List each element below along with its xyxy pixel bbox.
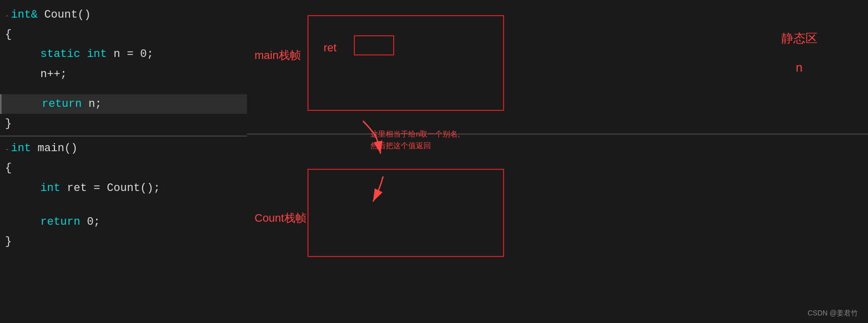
count-stack-label: Count栈帧 xyxy=(255,211,306,226)
code-line-11 xyxy=(0,198,247,212)
code-line-3: static int n = 0 ; xyxy=(0,44,247,64)
annotation-box: 这里相当于给n取一个别名, 然后把这个值返回 xyxy=(370,128,460,151)
annotation-line1: 这里相当于给n取一个别名, xyxy=(370,128,460,140)
paren-count: () xyxy=(78,6,91,24)
type-int-n: int xyxy=(80,45,107,63)
kw-static: static xyxy=(40,45,80,63)
semi-1: ; xyxy=(147,45,153,63)
section-divider xyxy=(0,136,247,137)
brace-open-1: { xyxy=(5,26,12,43)
main-stack-label: main栈帧 xyxy=(255,48,301,63)
brace-close-1: } xyxy=(5,115,12,133)
op-eq: = xyxy=(120,45,140,63)
func-count: Count xyxy=(44,6,78,24)
brace-close-2: } xyxy=(5,233,12,250)
watermark: CSDN @姜君竹 xyxy=(808,309,858,318)
type-int-ret: int xyxy=(40,179,60,197)
amp-count: & xyxy=(31,6,37,24)
num-0: 0 xyxy=(140,45,147,63)
ret-inner-box xyxy=(354,35,394,55)
code-line-2: { xyxy=(0,25,247,44)
dash-1: - xyxy=(5,11,9,22)
ret-label: ret xyxy=(324,41,337,54)
code-line-5 xyxy=(0,84,247,94)
static-area-label: 静态区 xyxy=(781,30,818,46)
dash-2: - xyxy=(5,145,9,155)
code-area: - int& Count() { static int n = 0 ; n++;… xyxy=(0,0,247,323)
annotation-line2: 然后把这个值返回 xyxy=(370,140,460,152)
count-stack-box xyxy=(307,169,504,257)
code-line-6: return n; xyxy=(0,94,247,114)
code-line-9: { xyxy=(0,158,247,178)
code-line-8: - int main () xyxy=(0,139,247,158)
main-stack-box: ret xyxy=(307,15,504,111)
code-line-4: n++; xyxy=(0,64,247,84)
type-int-main: int xyxy=(11,140,31,157)
kw-return-1: return xyxy=(42,95,82,113)
code-line-10: int ret = Count (); xyxy=(0,178,247,198)
horizontal-divider xyxy=(247,134,868,135)
var-n-inc: n++; xyxy=(40,66,67,83)
op-assign: = xyxy=(87,179,107,197)
code-line-7: } xyxy=(0,114,247,134)
type-int-count: int xyxy=(11,6,31,24)
static-area-text: 静态区 xyxy=(781,30,818,46)
code-line-13: } xyxy=(0,232,247,251)
func-count-call: Count xyxy=(107,179,140,197)
paren-call: (); xyxy=(140,179,160,197)
return-0: 0; xyxy=(80,213,100,231)
var-ret: ret xyxy=(60,179,87,197)
kw-return-2: return xyxy=(40,213,80,231)
var-n: n xyxy=(107,45,120,63)
func-main: main xyxy=(31,140,64,157)
code-line-12: return 0; xyxy=(0,212,247,232)
paren-main: () xyxy=(64,140,77,157)
code-line-1: - int& Count() xyxy=(0,5,247,25)
static-n-label: n xyxy=(796,60,802,75)
return-n: n; xyxy=(82,95,102,113)
diagram-area: main栈帧 ret 这里相当于给n取一个别名, 然后把这个值返回 Count栈… xyxy=(247,0,868,323)
brace-open-2: { xyxy=(5,159,12,177)
space-1 xyxy=(38,6,44,24)
